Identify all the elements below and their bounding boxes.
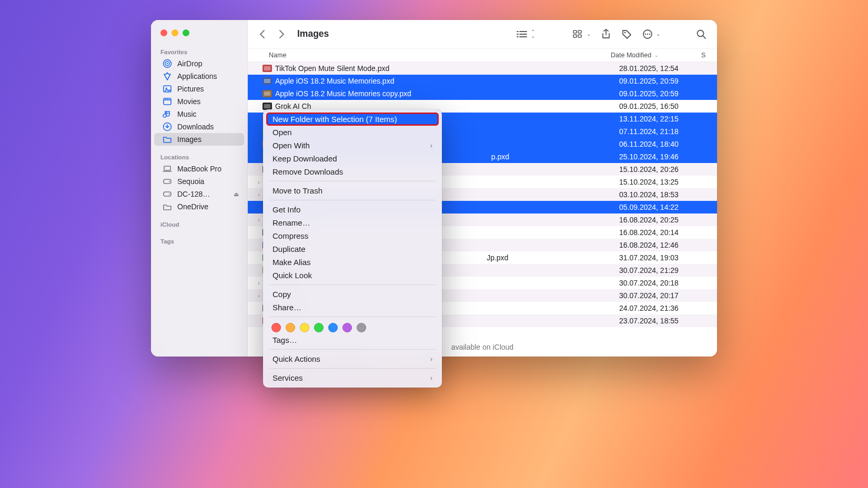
airdrop-icon bbox=[163, 59, 172, 68]
column-name[interactable]: Name bbox=[269, 52, 611, 59]
column-headers[interactable]: Name Date Modified ⌄ S bbox=[248, 48, 717, 62]
tag-color-dot[interactable] bbox=[357, 323, 366, 332]
file-row[interactable]: Apple iOS 18.2 Music Memories.pxd09.01.2… bbox=[248, 75, 717, 87]
menu-item-share[interactable]: Share… bbox=[266, 301, 439, 314]
menu-item-move-to-trash[interactable]: Move to Trash bbox=[266, 184, 439, 197]
chevron-right-icon: › bbox=[430, 142, 432, 149]
sidebar-item-sequoia[interactable]: Sequoia bbox=[154, 175, 244, 188]
disclosure-triangle[interactable]: › bbox=[255, 179, 263, 185]
tag-color-dot[interactable] bbox=[271, 323, 281, 332]
menu-item-rename[interactable]: Rename… bbox=[266, 216, 439, 229]
menu-item-label: Open bbox=[272, 128, 292, 137]
sidebar-section-icloud: iCloud bbox=[151, 218, 247, 230]
group-button[interactable]: ⌄ bbox=[571, 29, 593, 39]
file-date: 06.11.2024, 18:40 bbox=[619, 140, 710, 148]
menu-item-label: Quick Actions bbox=[272, 354, 320, 363]
back-button[interactable] bbox=[256, 27, 269, 42]
menu-item-duplicate[interactable]: Duplicate bbox=[266, 242, 439, 256]
file-date: 15.10.2024, 20:26 bbox=[619, 165, 710, 174]
menu-item-label: Rename… bbox=[272, 218, 310, 227]
menu-item-compress[interactable]: Compress bbox=[266, 229, 439, 242]
svg-point-14 bbox=[649, 33, 650, 34]
menu-item-quick-actions[interactable]: Quick Actions› bbox=[266, 352, 439, 365]
sidebar-item-music[interactable]: Music bbox=[154, 108, 244, 120]
menu-item-label: Open With bbox=[272, 141, 310, 150]
file-date: 28.01.2025, 12:54 bbox=[619, 64, 710, 73]
eject-icon[interactable]: ⏏ bbox=[234, 191, 239, 198]
svg-point-13 bbox=[647, 33, 648, 34]
disclosure-triangle[interactable]: › bbox=[255, 217, 263, 223]
file-date: 16.08.2024, 20:14 bbox=[619, 228, 710, 237]
apps-icon bbox=[163, 72, 172, 81]
menu-item-open-with[interactable]: Open With› bbox=[266, 139, 439, 152]
sidebar-item-label: Music bbox=[177, 110, 197, 118]
sidebar-item-images[interactable]: Images bbox=[154, 133, 244, 146]
tag-color-dot[interactable] bbox=[328, 323, 338, 332]
downloads-icon bbox=[163, 122, 172, 131]
ellipsis-circle-icon bbox=[642, 29, 653, 39]
disclosure-triangle[interactable]: › bbox=[255, 293, 263, 299]
svg-line-16 bbox=[703, 36, 705, 38]
file-date: 09.01.2025, 16:50 bbox=[619, 102, 710, 110]
laptop-icon bbox=[163, 164, 172, 174]
pictures-icon bbox=[163, 84, 172, 94]
svg-rect-18 bbox=[264, 66, 270, 70]
disclosure-triangle[interactable]: › bbox=[255, 192, 263, 198]
share-button[interactable] bbox=[599, 28, 613, 40]
chevron-right-icon: › bbox=[430, 374, 432, 382]
menu-item-quick-look[interactable]: Quick Look bbox=[266, 269, 439, 282]
more-button[interactable]: ⌄ bbox=[640, 28, 662, 40]
file-date: 16.08.2024, 12:46 bbox=[619, 241, 710, 249]
menu-item-keep-downloaded[interactable]: Keep Downloaded bbox=[266, 152, 439, 165]
menu-item-label: Remove Downloads bbox=[272, 167, 343, 176]
column-date[interactable]: Date Modified ⌄ bbox=[611, 52, 701, 59]
music-icon bbox=[163, 109, 172, 119]
document-thumbnail-icon bbox=[263, 103, 272, 110]
fullscreen-button[interactable] bbox=[183, 29, 189, 36]
menu-tag-colors bbox=[266, 320, 439, 333]
menu-item-services[interactable]: Services› bbox=[266, 371, 439, 384]
sidebar-item-label: Sequoia bbox=[177, 177, 204, 186]
document-thumbnail-icon bbox=[263, 90, 272, 97]
file-name: Apple iOS 18.2 Music Memories copy.pxd bbox=[275, 89, 619, 98]
file-date: 09.01.2025, 20:59 bbox=[619, 89, 710, 98]
sidebar-item-applications[interactable]: Applications bbox=[154, 70, 244, 83]
tag-color-dot[interactable] bbox=[300, 323, 309, 332]
sidebar-item-onedrive[interactable]: OneDrive bbox=[154, 200, 244, 213]
minimize-button[interactable] bbox=[171, 29, 178, 36]
menu-item-tags[interactable]: Tags… bbox=[266, 333, 439, 347]
context-menu[interactable]: New Folder with Selection (7 Items)OpenO… bbox=[263, 109, 442, 388]
svg-rect-6 bbox=[573, 30, 577, 33]
menu-item-remove-downloads[interactable]: Remove Downloads bbox=[266, 165, 439, 178]
sidebar-item-movies[interactable]: Movies bbox=[154, 95, 244, 108]
sidebar-item-macbook-pro[interactable]: MacBook Pro bbox=[154, 162, 244, 175]
sidebar-section-locations: Locations bbox=[151, 151, 247, 162]
menu-item-copy[interactable]: Copy bbox=[266, 288, 439, 301]
file-date: 30.07.2024, 21:29 bbox=[619, 266, 710, 274]
sidebar-item-dc-128-[interactable]: DC-128…⏏ bbox=[154, 188, 244, 200]
sidebar-item-label: Images bbox=[177, 135, 201, 144]
disclosure-triangle[interactable]: › bbox=[255, 280, 263, 286]
file-date: 03.10.2024, 18:53 bbox=[619, 190, 710, 199]
view-mode-button[interactable]: ⌃⌄ bbox=[514, 29, 537, 39]
tags-button[interactable] bbox=[619, 28, 634, 40]
search-button[interactable] bbox=[694, 28, 709, 40]
file-date: 05.09.2024, 14:22 bbox=[619, 203, 710, 211]
column-size[interactable]: S bbox=[701, 52, 710, 59]
sidebar-item-label: Movies bbox=[177, 97, 200, 106]
sidebar-item-pictures[interactable]: Pictures bbox=[154, 83, 244, 95]
sidebar-item-downloads[interactable]: Downloads bbox=[154, 120, 244, 133]
file-row[interactable]: Apple iOS 18.2 Music Memories copy.pxd09… bbox=[248, 87, 717, 100]
menu-item-new-folder-with-selection-7-items[interactable]: New Folder with Selection (7 Items) bbox=[266, 113, 439, 126]
menu-item-get-info[interactable]: Get Info bbox=[266, 203, 439, 216]
sidebar-item-airdrop[interactable]: AirDrop bbox=[154, 57, 244, 70]
menu-separator bbox=[269, 349, 436, 350]
tag-color-dot[interactable] bbox=[342, 323, 352, 332]
forward-button[interactable] bbox=[275, 27, 288, 42]
file-row[interactable]: TikTok Open Mute Silent Mode.pxd28.01.20… bbox=[248, 62, 717, 75]
close-button[interactable] bbox=[160, 29, 167, 36]
menu-item-make-alias[interactable]: Make Alias bbox=[266, 256, 439, 269]
menu-item-open[interactable]: Open bbox=[266, 126, 439, 139]
tag-color-dot[interactable] bbox=[314, 323, 324, 332]
tag-color-dot[interactable] bbox=[286, 323, 295, 332]
